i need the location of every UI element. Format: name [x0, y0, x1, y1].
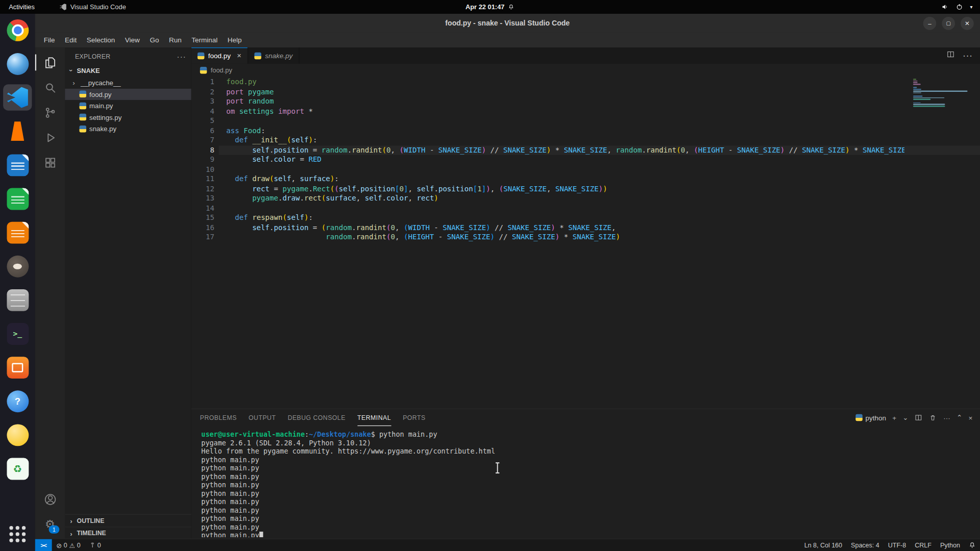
token: import: [226, 97, 243, 106]
problems-indicator[interactable]: ⊘ 0 ⚠ 0: [52, 539, 85, 551]
terminal-line-12: python main.py: [201, 523, 973, 532]
maximize-button[interactable]: ▢: [942, 16, 955, 30]
menu-file[interactable]: File: [39, 34, 60, 45]
cursor-position[interactable]: Ln 8, Col 160: [800, 539, 846, 551]
chrome-icon: [7, 19, 29, 41]
new-terminal-icon[interactable]: +: [892, 414, 896, 421]
terminal-line-7: python main.py: [201, 481, 973, 490]
accounts-icon: [43, 493, 57, 506]
more-actions-icon[interactable]: ···: [963, 50, 973, 61]
explorer-section-snake[interactable]: › SNAKE: [65, 64, 191, 77]
activities-button[interactable]: Activities: [0, 3, 43, 11]
dock-update-manager[interactable]: [3, 51, 32, 77]
clock[interactable]: Apr 22 01:47: [465, 3, 514, 11]
maximize-panel-icon[interactable]: ⌃: [957, 414, 962, 422]
activity-accounts[interactable]: [35, 487, 65, 512]
dock-yellow-app[interactable]: [3, 422, 32, 448]
dock-green-app[interactable]: ♻: [3, 456, 32, 482]
close-panel-icon[interactable]: ×: [968, 414, 972, 421]
dock-terminal[interactable]: >_: [3, 320, 32, 346]
radio-tower-icon: [89, 542, 95, 548]
terminal-shell-selector[interactable]: python: [855, 414, 886, 421]
close-button[interactable]: ✕: [961, 16, 974, 30]
vlc-icon: [7, 120, 29, 142]
encoding[interactable]: UTF-8: [884, 539, 911, 551]
tab-label: food.py: [208, 52, 231, 60]
menu-edit[interactable]: Edit: [60, 34, 82, 45]
language-mode[interactable]: Python: [936, 539, 964, 551]
menu-bar: FileEditSelectionViewGoRunTerminalHelp: [35, 33, 980, 47]
python-shell-icon: [855, 414, 862, 421]
code-line-8: self.position = random.randint(0, (WIDTH…: [226, 145, 904, 155]
panel-tab-terminal[interactable]: TERMINAL: [357, 410, 391, 426]
file-snake.py[interactable]: snake.py: [65, 123, 191, 135]
minimap[interactable]: [913, 79, 978, 107]
system-tray[interactable]: ▾: [941, 3, 980, 11]
file-settings.py[interactable]: settings.py: [65, 112, 191, 123]
token: ]: [482, 184, 486, 193]
ports-indicator[interactable]: 0: [85, 539, 105, 551]
menu-run[interactable]: Run: [164, 34, 186, 45]
sidebar-section-timeline[interactable]: ›TIMELINE: [65, 527, 191, 539]
remote-indicator[interactable]: ><: [35, 539, 52, 551]
line-number: 11: [191, 174, 219, 184]
dock-lo-calc[interactable]: [3, 186, 32, 212]
titlebar[interactable]: food.py - snake - Visual Studio Code – ▢…: [35, 14, 980, 33]
dock-vlc[interactable]: [3, 118, 32, 144]
activity-run-debug[interactable]: [35, 125, 65, 150]
menu-terminal[interactable]: Terminal: [187, 34, 223, 45]
eol-sequence[interactable]: CRLF: [911, 539, 936, 551]
panel-more-icon[interactable]: ···: [943, 414, 950, 421]
menu-go[interactable]: Go: [145, 34, 164, 45]
minimize-button[interactable]: –: [923, 16, 937, 30]
panel-tab-output[interactable]: OUTPUT: [249, 410, 276, 426]
minimap-line: [913, 89, 921, 90]
code-editor[interactable]: 1234567891011121314151617 # food.pyimpor…: [191, 76, 980, 409]
breadcrumb[interactable]: food.py: [191, 64, 980, 76]
menu-help[interactable]: Help: [223, 34, 247, 45]
dock-lo-writer[interactable]: [3, 152, 32, 178]
dock-files[interactable]: [3, 287, 32, 313]
split-editor-icon[interactable]: [946, 50, 955, 61]
activity-extensions[interactable]: [35, 150, 65, 175]
activity-settings[interactable]: ⚙1: [35, 512, 65, 537]
split-terminal-icon[interactable]: [915, 414, 923, 422]
file-__pycache__[interactable]: ›__pycache__: [65, 77, 191, 89]
token: .: [270, 145, 274, 154]
explorer-actions-button[interactable]: ···: [177, 52, 186, 61]
terminal-output[interactable]: user@user-virtual-machine:~/Desktop/snak…: [201, 431, 973, 537]
token: *: [308, 107, 312, 115]
panel-tab-ports[interactable]: PORTS: [403, 410, 425, 426]
panel-tab-problems[interactable]: PROBLEMS: [200, 410, 237, 426]
token: SNAKE_SIZE: [802, 145, 845, 154]
kill-terminal-icon[interactable]: [929, 414, 937, 422]
activity-explorer[interactable]: [35, 50, 65, 75]
indentation[interactable]: Spaces: 4: [847, 539, 884, 551]
sidebar-section-outline[interactable]: ›OUTLINE: [65, 514, 191, 527]
token: =: [308, 223, 321, 232]
activity-search[interactable]: [35, 75, 65, 100]
close-tab-icon[interactable]: ×: [237, 51, 241, 60]
tab-food.py[interactable]: food.py×: [191, 47, 249, 64]
dock-chrome[interactable]: [3, 17, 32, 43]
panel-tab-debug-console[interactable]: DEBUG CONSOLE: [288, 410, 346, 426]
tab-snake.py[interactable]: snake.py: [248, 47, 299, 64]
dock-vscode[interactable]: [3, 84, 32, 110]
menu-view[interactable]: View: [120, 34, 145, 45]
dock-lo-impress[interactable]: [3, 219, 32, 245]
file-main.py[interactable]: main.py: [65, 100, 191, 112]
dock-gimp[interactable]: [3, 253, 32, 279]
dock-help[interactable]: ?: [3, 388, 32, 414]
menu-selection[interactable]: Selection: [82, 34, 120, 45]
notifications-button[interactable]: [964, 539, 980, 551]
token: respawn: [252, 213, 282, 222]
token: //: [785, 145, 802, 154]
token: ): [486, 184, 490, 193]
dock-ubuntu-software[interactable]: [3, 354, 32, 380]
dock-show-apps[interactable]: [3, 521, 32, 547]
activity-source-control[interactable]: [35, 100, 65, 125]
token: .: [270, 223, 274, 232]
focused-app-indicator[interactable]: Visual Studio Code: [60, 3, 126, 11]
terminal-dropdown-icon[interactable]: ⌄: [902, 414, 908, 422]
file-food.py[interactable]: food.py: [65, 88, 191, 100]
